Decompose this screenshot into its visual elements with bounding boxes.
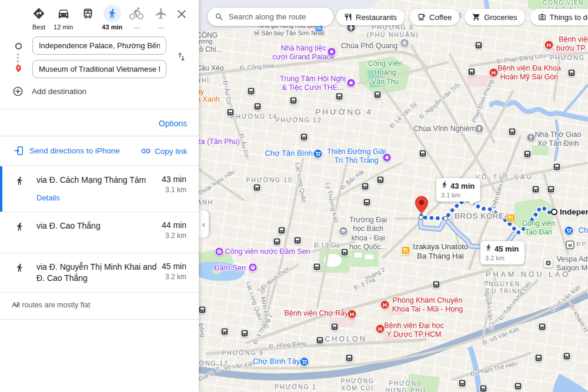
walking-icon	[485, 243, 492, 254]
send-to-phone-button[interactable]: Send directions to iPhone	[14, 146, 120, 156]
origin-marker-label: Independence	[560, 207, 588, 216]
search-placeholder: Search along the route	[229, 12, 306, 21]
chip-restaurants[interactable]: Restaurants	[336, 9, 405, 25]
route-callout-selected[interactable]: 43 min 3.1 km	[436, 178, 480, 202]
swap-waypoints-button[interactable]	[174, 51, 188, 65]
google-maps-directions-app: PHƯỜNG 5PHƯỜNG 9 (PHÚ NHUẬN)PHƯỜNPHƯỜNG …	[0, 0, 588, 392]
chip-things-to-do[interactable]: Things to do	[530, 9, 588, 25]
route-callout-alt[interactable]: 45 min 3.2 km	[480, 241, 524, 264]
origin-circle-icon	[15, 42, 22, 52]
origin-input[interactable]	[32, 36, 166, 55]
close-directions-button[interactable]	[174, 8, 189, 23]
mode-label: —	[158, 24, 164, 31]
mode-drive[interactable]: 12 min	[52, 5, 75, 31]
chip-label: Restaurants	[356, 13, 397, 22]
camera-icon	[538, 13, 546, 21]
chip-label: Groceries	[484, 13, 517, 22]
callout-time: 45 min	[495, 244, 519, 253]
chip-label: Things to do	[550, 13, 588, 22]
link-icon	[141, 146, 151, 156]
mode-walk-selected[interactable]: 43 min	[101, 5, 124, 31]
search-along-route[interactable]: Search along the route	[208, 8, 333, 26]
coffee-icon	[417, 13, 426, 21]
mode-transit[interactable]	[76, 5, 99, 31]
map-canvas	[199, 0, 588, 392]
chevron-left-icon: ‹	[202, 219, 205, 229]
walking-icon	[441, 180, 448, 191]
cart-icon	[472, 13, 480, 21]
callout-distance: 3.2 km	[485, 254, 519, 262]
chip-label: Coffee	[429, 13, 452, 22]
route-title: via Đ. Cách Mạng Tháng Tám	[36, 175, 161, 186]
category-chips: Restaurants Coffee Groceries Things to d…	[336, 9, 588, 25]
route-time: 43 min	[162, 175, 186, 184]
route-time: 45 min	[162, 262, 186, 271]
walking-icon	[15, 176, 24, 188]
route-option[interactable]: via Đ. Nguyễn Thị Minh Khai and Đ. Cao T…	[0, 253, 199, 292]
route-distance: 3.2 km	[165, 273, 186, 281]
origin-marker[interactable]	[551, 209, 557, 215]
walking-icon	[15, 222, 24, 234]
route-details-link[interactable]: Details	[36, 193, 60, 202]
car-icon	[57, 5, 70, 22]
walking-icon	[103, 5, 121, 22]
copy-link-button[interactable]: Copy link	[141, 146, 188, 156]
callout-distance: 3.1 km	[441, 192, 475, 199]
destination-pin-icon	[14, 63, 23, 76]
share-row: Send directions to iPhone Copy link	[0, 139, 199, 165]
travel-mode-bar: Best 12 min 43 min — —	[27, 5, 173, 31]
airplane-icon	[155, 5, 168, 22]
route-option-selected[interactable]: via Đ. Cách Mạng Tháng Tám 43 min 3.1 km…	[0, 166, 199, 212]
walking-icon	[15, 263, 24, 275]
route-time: 44 min	[162, 220, 186, 230]
mode-fly[interactable]: —	[149, 5, 173, 31]
add-destination-button[interactable]: Add destination	[12, 86, 86, 97]
mode-label: 12 min	[54, 24, 73, 31]
best-route-icon	[32, 5, 45, 22]
collapse-panel-button[interactable]: ‹	[199, 210, 209, 237]
route-distance: 3.2 km	[165, 232, 186, 240]
map[interactable]: PHƯỜNG 5PHƯỜNG 9 (PHÚ NHUẬN)PHƯỜNPHƯỜNG …	[199, 0, 588, 392]
route-option[interactable]: via Đ. Cao Thắng 44 min 3.2 km	[0, 212, 199, 253]
mode-label: 43 min	[102, 24, 122, 31]
callout-time: 43 min	[450, 182, 475, 190]
mode-best[interactable]: Best	[27, 5, 51, 31]
chip-groceries[interactable]: Groceries	[465, 9, 524, 25]
mode-bike[interactable]: —	[125, 5, 148, 31]
route-options-button[interactable]: Options	[159, 119, 187, 128]
selected-route-indicator	[0, 166, 2, 212]
elevation-summary-row[interactable]: All routes are mostly flat	[0, 292, 199, 319]
route-distance: 3.1 km	[165, 186, 186, 194]
restaurant-icon	[344, 13, 352, 21]
destination-input[interactable]	[32, 60, 166, 78]
mode-label: —	[133, 24, 140, 31]
mode-label: Best	[32, 24, 45, 31]
swap-vertical-icon	[176, 51, 187, 65]
send-to-phone-icon	[14, 146, 24, 156]
chip-coffee[interactable]: Coffee	[410, 9, 459, 25]
plus-circle-icon	[12, 86, 24, 97]
route-title: via Đ. Nguyễn Thị Minh Khai and Đ. Cao T…	[36, 262, 161, 284]
bicycle-icon	[129, 5, 143, 22]
search-icon	[215, 12, 224, 22]
directions-panel: Best 12 min 43 min — —	[0, 0, 199, 392]
transit-icon	[82, 5, 94, 22]
chevron-down-icon	[12, 300, 188, 311]
route-title: via Đ. Cao Thắng	[36, 220, 161, 232]
close-icon	[176, 8, 188, 22]
